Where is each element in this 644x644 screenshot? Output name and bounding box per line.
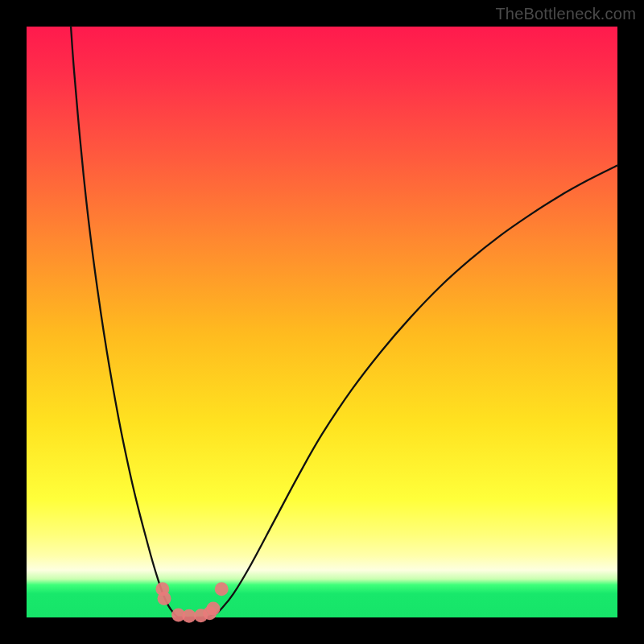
- chart-svg: [27, 27, 617, 617]
- data-marker: [215, 582, 229, 596]
- watermark-text: TheBottleneck.com: [495, 5, 636, 23]
- curve-group: [71, 27, 617, 617]
- data-marker: [158, 592, 171, 605]
- marker-group: [155, 582, 228, 622]
- data-marker: [206, 601, 220, 615]
- bottleneck-curve: [71, 27, 617, 617]
- plot-area: [27, 27, 617, 617]
- outer-frame: TheBottleneck.com: [0, 0, 644, 644]
- data-marker: [182, 609, 196, 623]
